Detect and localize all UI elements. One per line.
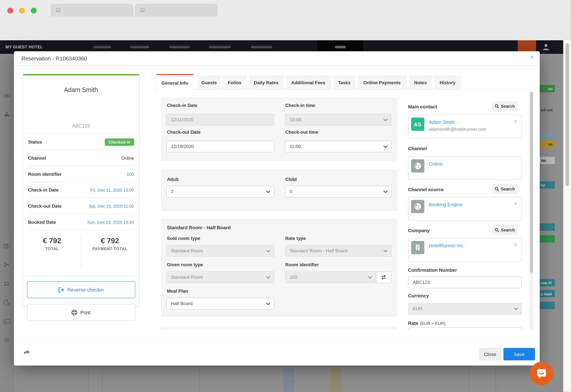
calendar-chip bbox=[539, 235, 555, 242]
calendar-chip: on bbox=[539, 85, 555, 92]
checkout-time-select[interactable]: 11:00 bbox=[285, 141, 391, 152]
tab-daily-rates[interactable]: Daily Rates bbox=[249, 75, 284, 90]
contact-email: adamsmith@hotelrunner.com bbox=[429, 127, 486, 132]
globe-icon bbox=[411, 159, 424, 172]
main-contact-search-button[interactable]: Search bbox=[492, 101, 517, 111]
guests-icon[interactable] bbox=[3, 280, 10, 287]
rate-input-clipped[interactable] bbox=[408, 327, 522, 330]
tab-bottom-border bbox=[155, 89, 535, 90]
tab-folios[interactable]: Folios bbox=[223, 75, 247, 90]
tab-tasks[interactable]: Tasks bbox=[333, 75, 355, 90]
tab-close-icon[interactable]: ✕ bbox=[56, 8, 60, 13]
nav-item[interactable] bbox=[209, 46, 231, 48]
tab-additional-fees[interactable]: Additional Fees bbox=[286, 75, 331, 90]
share-icon[interactable] bbox=[23, 349, 29, 355]
company-link[interactable]: HotelRunner Inc. bbox=[429, 243, 465, 248]
night-audit-moon-icon[interactable] bbox=[3, 299, 10, 306]
camera-icon[interactable] bbox=[3, 242, 10, 249]
given-room-type-select[interactable]: Standard Room bbox=[166, 271, 274, 283]
modal-content-scrollbar-thumb[interactable] bbox=[530, 92, 533, 273]
payment-total-block: € 792 PAYMENT TOTAL bbox=[84, 237, 136, 251]
tab-guests[interactable]: Guests bbox=[198, 75, 220, 90]
channel-card: Online bbox=[408, 156, 522, 180]
channel-link[interactable]: Online bbox=[429, 161, 443, 167]
tab-notes[interactable]: Notes bbox=[409, 75, 432, 90]
meal-plan-select[interactable]: Half Board bbox=[166, 298, 274, 309]
company-label: Company bbox=[408, 228, 430, 233]
tab-close-icon[interactable]: ✕ bbox=[140, 8, 145, 13]
checkout-time-label: Check-out time bbox=[285, 130, 318, 135]
calendar-column bbox=[283, 368, 294, 392]
rate-type-label: Rate type bbox=[285, 236, 306, 241]
tab-history[interactable]: History bbox=[434, 75, 461, 90]
bell-person-icon[interactable] bbox=[3, 111, 10, 118]
channel-source-link[interactable]: Booking Engine bbox=[429, 202, 462, 207]
nav-item[interactable] bbox=[169, 46, 190, 48]
browser-scrollbar[interactable] bbox=[563, 40, 571, 392]
close-window-button[interactable] bbox=[7, 8, 13, 14]
calendar-chip: 66 bbox=[539, 141, 555, 148]
guest-name: Adam Smith bbox=[23, 86, 139, 94]
calendar-chip bbox=[539, 132, 555, 139]
company-search-button[interactable]: Search bbox=[492, 225, 517, 235]
maximize-window-button[interactable] bbox=[31, 8, 37, 14]
scissors-icon[interactable] bbox=[3, 261, 10, 268]
browser-tab[interactable]: ✕ bbox=[51, 4, 133, 16]
print-button[interactable]: Print bbox=[27, 304, 135, 321]
summary-row-status: Status Checked-in bbox=[28, 137, 134, 148]
checkout-date-input[interactable]: 12/19/2020 bbox=[166, 141, 274, 152]
currency-label: Currency bbox=[408, 293, 429, 298]
sold-room-type-select[interactable]: Standard Room bbox=[166, 245, 274, 257]
currency-select[interactable]: EUR bbox=[408, 303, 522, 315]
save-button[interactable]: Save bbox=[503, 348, 535, 360]
browser-scrollbar-thumb[interactable] bbox=[565, 43, 569, 186]
close-button[interactable]: Close bbox=[479, 348, 501, 360]
tab-general-info[interactable]: General Info bbox=[156, 74, 193, 91]
minimize-window-button[interactable] bbox=[19, 8, 25, 14]
room-identifier-select[interactable]: 100 bbox=[285, 271, 376, 283]
remove-company-icon[interactable]: ✕ bbox=[514, 242, 518, 248]
meal-plan-label: Meal Plan bbox=[167, 289, 188, 294]
search-icon bbox=[495, 104, 499, 108]
calendar-gridline bbox=[88, 368, 89, 392]
channel-source-search-button[interactable]: Search bbox=[492, 184, 517, 194]
nav-item[interactable] bbox=[130, 46, 149, 48]
globe-icon bbox=[411, 200, 424, 213]
gear-icon[interactable] bbox=[3, 336, 10, 344]
calendar-gridline bbox=[468, 368, 469, 392]
given-room-type-label: Given room type bbox=[167, 262, 203, 267]
remove-contact-icon[interactable]: ✕ bbox=[514, 119, 518, 124]
main-contact-label: Main contact bbox=[408, 104, 437, 110]
calendar-gridline bbox=[199, 368, 200, 392]
building-icon bbox=[411, 241, 424, 254]
confirmation-number-input[interactable]: ABC123 bbox=[408, 277, 522, 288]
rate-type-select[interactable]: Standard Room - Half Board bbox=[285, 245, 391, 257]
reservation-modal: Reservation - R106340360 × Adam Smith AB… bbox=[14, 51, 540, 365]
reverse-checkin-button[interactable]: Reverse checkin bbox=[27, 281, 135, 298]
room-swap-button[interactable] bbox=[376, 271, 391, 283]
divider bbox=[14, 65, 540, 66]
browser-tab[interactable]: ✕ bbox=[135, 4, 218, 16]
chat-launcher-button[interactable] bbox=[530, 362, 553, 385]
nav-item[interactable] bbox=[251, 46, 272, 48]
folio-card-icon[interactable] bbox=[3, 318, 10, 325]
contact-name-link[interactable]: Adam Smith bbox=[429, 119, 455, 125]
remove-channel-source-icon[interactable]: ✕ bbox=[514, 201, 518, 207]
summary-row-booked: Booked Date Sun, Dec 13, 2020 13:34 bbox=[28, 217, 134, 228]
checkin-date-input[interactable]: 12/11/2020 bbox=[166, 114, 274, 126]
eye-icon[interactable] bbox=[3, 92, 10, 99]
swap-icon bbox=[380, 274, 387, 280]
nav-item[interactable] bbox=[93, 46, 111, 48]
adult-select[interactable]: 2 bbox=[166, 186, 274, 197]
adult-label: Adult bbox=[167, 177, 179, 182]
confirmation-code: ABC123 bbox=[23, 123, 139, 128]
modal-content-scrollbar[interactable] bbox=[530, 90, 533, 330]
checkin-time-select[interactable]: 15:00 bbox=[285, 114, 391, 126]
room-identifier-link[interactable]: 100 bbox=[127, 172, 134, 177]
user-icon[interactable] bbox=[542, 42, 550, 51]
calendar-day-label: We bbox=[539, 157, 555, 164]
child-select[interactable]: 0 bbox=[285, 186, 391, 197]
tab-online-payments[interactable]: Online Payments bbox=[357, 75, 407, 90]
modal-close-icon[interactable]: × bbox=[530, 54, 534, 61]
rate-label: Rate (EUR > EUR) bbox=[408, 320, 445, 326]
